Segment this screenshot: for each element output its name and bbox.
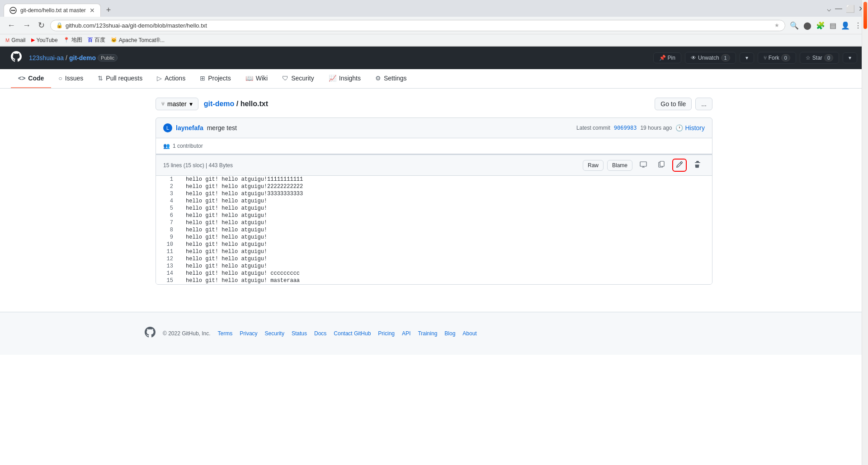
forward-button[interactable]: → bbox=[21, 20, 33, 31]
line-number[interactable]: 1 bbox=[156, 176, 179, 183]
footer-link[interactable]: Contact GitHub bbox=[334, 330, 371, 337]
back-button[interactable]: ← bbox=[5, 20, 17, 31]
footer-link[interactable]: Security bbox=[265, 330, 284, 337]
footer-link[interactable]: API bbox=[402, 330, 410, 337]
new-tab-button[interactable]: + bbox=[103, 4, 115, 17]
bookmark-gmail[interactable]: M Gmail bbox=[5, 37, 26, 43]
main-content: ⑂ master ▾ git-demo / hello.txt Go to fi… bbox=[145, 89, 723, 294]
contributors-count: 1 contributor bbox=[173, 143, 203, 149]
nav-security[interactable]: 🛡 Security bbox=[275, 69, 321, 88]
line-number[interactable]: 3 bbox=[156, 190, 179, 197]
line-number[interactable]: 11 bbox=[156, 248, 179, 255]
line-number[interactable]: 8 bbox=[156, 226, 179, 234]
window-maximize-button[interactable]: — bbox=[835, 5, 842, 13]
footer-link[interactable]: About bbox=[462, 330, 476, 337]
table-row: 4 hello git! hello atguigu! bbox=[156, 197, 712, 205]
table-row: 7 hello git! hello atguigu! bbox=[156, 219, 712, 226]
line-code: hello git! hello atguigu!11111111111 bbox=[179, 176, 712, 183]
nav-issues[interactable]: ○ Issues bbox=[51, 69, 90, 88]
nav-pull-requests[interactable]: ⇅ Pull requests bbox=[90, 69, 150, 88]
line-number[interactable]: 7 bbox=[156, 219, 179, 226]
svg-rect-4 bbox=[640, 162, 646, 166]
nav-actions[interactable]: ▷ Actions bbox=[150, 69, 193, 88]
goto-file-button[interactable]: Go to file bbox=[655, 98, 692, 110]
line-number[interactable]: 4 bbox=[156, 197, 179, 205]
bookmark-baidu[interactable]: 百 百度 bbox=[88, 36, 105, 44]
commit-author-link[interactable]: laynefafa bbox=[176, 124, 203, 132]
nav-settings[interactable]: ⚙ Settings bbox=[368, 69, 414, 88]
extensions-button[interactable]: 🧩 bbox=[815, 20, 826, 31]
desktop-view-button[interactable] bbox=[636, 159, 651, 171]
footer-link[interactable]: Blog bbox=[444, 330, 455, 337]
file-breadcrumb: git-demo / hello.txt bbox=[204, 100, 268, 108]
line-number[interactable]: 13 bbox=[156, 263, 179, 270]
footer-link[interactable]: Pricing bbox=[378, 330, 395, 337]
nav-projects[interactable]: ⊞ Projects bbox=[193, 69, 238, 88]
line-number[interactable]: 15 bbox=[156, 277, 179, 284]
table-row: 14 hello git! hello atguigu! ccccccccc bbox=[156, 270, 712, 277]
window-restore-button[interactable]: ⬜ bbox=[846, 5, 855, 13]
bookmark-youtube[interactable]: ▶ YouTube bbox=[31, 37, 58, 43]
line-number[interactable]: 12 bbox=[156, 255, 179, 263]
address-bar[interactable]: 🔒 github.com/123shuai-aa/git-demo/blob/m… bbox=[50, 20, 785, 31]
line-number[interactable]: 10 bbox=[156, 241, 179, 248]
copy-raw-button[interactable] bbox=[654, 159, 669, 171]
contributors-icon: 👥 bbox=[163, 143, 170, 149]
line-number[interactable]: 2 bbox=[156, 183, 179, 190]
line-number[interactable]: 6 bbox=[156, 212, 179, 219]
bookmark-maps[interactable]: 📍 地图 bbox=[63, 36, 82, 44]
address-text: github.com/123shuai-aa/git-demo/blob/mas… bbox=[66, 22, 772, 29]
star-button[interactable]: ☆ Star 0 bbox=[800, 52, 839, 64]
code-table: 1 hello git! hello atguigu!11111111111 2… bbox=[156, 176, 712, 284]
unwatch-dropdown-button[interactable]: ▾ bbox=[740, 52, 754, 63]
nav-insights[interactable]: 📈 Insights bbox=[321, 69, 368, 88]
nav-wiki[interactable]: 📖 Wiki bbox=[238, 69, 275, 88]
history-icon: 🕐 bbox=[675, 124, 683, 132]
more-button[interactable]: ⋮ bbox=[854, 20, 863, 31]
delete-button[interactable] bbox=[690, 159, 705, 171]
tab-close-button[interactable]: ✕ bbox=[90, 7, 95, 14]
visibility-badge: Public bbox=[98, 54, 118, 61]
line-number[interactable]: 9 bbox=[156, 234, 179, 241]
branch-selector[interactable]: ⑂ master ▾ bbox=[156, 98, 198, 110]
history-button[interactable]: 🕐 History bbox=[675, 124, 705, 132]
footer-link[interactable]: Docs bbox=[314, 330, 326, 337]
repo-breadcrumb-link[interactable]: git-demo bbox=[204, 100, 235, 108]
footer-link[interactable]: Status bbox=[292, 330, 307, 337]
more-file-options-button[interactable]: ... bbox=[695, 98, 712, 110]
window-minimize-button[interactable]: ⌵ bbox=[827, 5, 831, 13]
bookmarks-bar: M Gmail ▶ YouTube 📍 地图 百 百度 🐱 Apache Tom… bbox=[0, 34, 868, 46]
scrollbar-track[interactable] bbox=[862, 0, 868, 355]
raw-button[interactable]: Raw bbox=[583, 160, 604, 171]
scrollbar-thumb[interactable] bbox=[863, 2, 867, 29]
edit-button[interactable] bbox=[672, 159, 687, 172]
line-code: hello git! hello atguigu! bbox=[179, 219, 712, 226]
sidebar-button[interactable]: ▤ bbox=[829, 20, 837, 31]
star-dropdown-button[interactable]: ▾ bbox=[843, 52, 857, 63]
header-actions: 📌 Pin 👁 Unwatch 1 ▾ ⑂ Fork 0 ☆ Star 0 ▾ bbox=[653, 52, 857, 64]
reload-button[interactable]: ↻ bbox=[36, 19, 47, 31]
file-content: 15 lines (15 sloc) | 443 Bytes Raw Blame bbox=[156, 154, 712, 285]
pin-button[interactable]: 📌 Pin bbox=[653, 52, 681, 63]
repo-link[interactable]: git-demo bbox=[69, 54, 96, 61]
line-number[interactable]: 14 bbox=[156, 270, 179, 277]
owner-link[interactable]: 123shuai-aa bbox=[29, 54, 64, 61]
footer-links: TermsPrivacySecurityStatusDocsContact Gi… bbox=[218, 330, 477, 337]
nav-code[interactable]: <> Code bbox=[11, 69, 51, 88]
bookmark-tomcat[interactable]: 🐱 Apache Tomcat®... bbox=[111, 37, 165, 43]
table-row: 11 hello git! hello atguigu! bbox=[156, 248, 712, 255]
fork-count: 0 bbox=[781, 54, 790, 61]
commit-sha-link[interactable]: 9069983 bbox=[614, 125, 637, 131]
unwatch-button[interactable]: 👁 Unwatch 1 bbox=[685, 52, 736, 64]
commit-message: merge test bbox=[207, 124, 237, 132]
profile-avatar-button[interactable]: 👤 bbox=[840, 20, 851, 31]
blame-button[interactable]: Blame bbox=[607, 160, 632, 171]
line-number[interactable]: 5 bbox=[156, 205, 179, 212]
active-tab[interactable]: git-demo/hello.txt at master ✕ bbox=[4, 4, 101, 17]
fork-button[interactable]: ⑂ Fork 0 bbox=[758, 52, 796, 64]
search-button[interactable]: 🔍 bbox=[789, 20, 800, 31]
footer-link[interactable]: Terms bbox=[218, 330, 233, 337]
footer-link[interactable]: Privacy bbox=[240, 330, 257, 337]
footer-link[interactable]: Training bbox=[418, 330, 437, 337]
profile-button[interactable]: ⬤ bbox=[802, 20, 812, 31]
